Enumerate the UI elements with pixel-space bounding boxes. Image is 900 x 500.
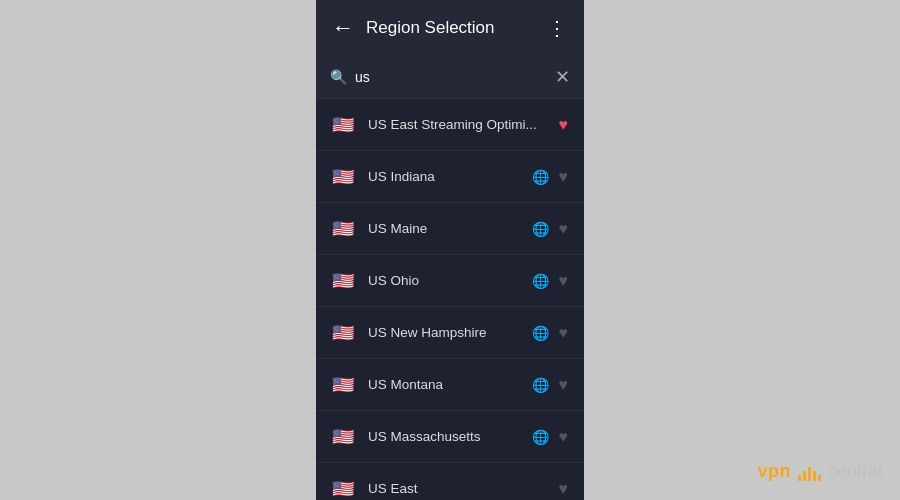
region-name-label: US New Hampshire [368,325,520,340]
phone-screen: ← Region Selection ⋮ 🔍 ✕ 🇺🇸US East Strea… [316,0,584,500]
header: ← Region Selection ⋮ [316,0,584,56]
favorite-button[interactable]: ♥ [559,428,569,446]
flag-icon: 🇺🇸 [332,322,356,344]
flag-icon: 🇺🇸 [332,114,356,136]
flag-icon: 🇺🇸 [332,426,356,448]
search-input[interactable] [355,69,547,85]
favorite-button[interactable]: ♥ [559,220,569,238]
vpn-bars-icon [798,463,821,481]
globe-icon: 🌐 [532,429,549,445]
search-bar: 🔍 ✕ [316,56,584,99]
globe-icon: 🌐 [532,377,549,393]
vpn-bar-2 [803,471,806,481]
globe-icon: 🌐 [532,169,549,185]
region-name-label: US East [368,481,547,496]
globe-icon: 🌐 [532,325,549,341]
globe-icon: 🌐 [532,273,549,289]
list-item[interactable]: 🇺🇸US East♥ [316,463,584,500]
favorite-button[interactable]: ♥ [559,324,569,342]
vpn-bar-3 [808,467,811,481]
favorite-button[interactable]: ♥ [559,480,569,498]
vpn-bar-4 [813,471,816,481]
central-label: central [828,461,882,482]
flag-icon: 🇺🇸 [332,166,356,188]
list-item[interactable]: 🇺🇸US Maine🌐♥ [316,203,584,255]
favorite-button[interactable]: ♥ [559,168,569,186]
flag-icon: 🇺🇸 [332,374,356,396]
region-name-label: US Montana [368,377,520,392]
header-left: ← Region Selection [332,17,495,39]
more-options-button[interactable]: ⋮ [547,16,568,40]
list-item[interactable]: 🇺🇸US New Hampshire🌐♥ [316,307,584,359]
favorite-button[interactable]: ♥ [559,116,569,134]
region-name-label: US Ohio [368,273,520,288]
flag-icon: 🇺🇸 [332,478,356,500]
flag-icon: 🇺🇸 [332,218,356,240]
vpn-bar-5 [818,475,821,481]
favorite-button[interactable]: ♥ [559,376,569,394]
back-button[interactable]: ← [332,17,354,39]
favorite-button[interactable]: ♥ [559,272,569,290]
list-item[interactable]: 🇺🇸US Indiana🌐♥ [316,151,584,203]
vpn-watermark: vpn central [757,461,882,482]
region-name-label: US East Streaming Optimi... [368,117,547,132]
globe-icon: 🌐 [532,221,549,237]
list-item[interactable]: 🇺🇸US East Streaming Optimi...♥ [316,99,584,151]
search-icon: 🔍 [330,69,347,85]
clear-search-button[interactable]: ✕ [555,66,570,88]
list-item[interactable]: 🇺🇸US Montana🌐♥ [316,359,584,411]
vpn-label: vpn [757,461,791,482]
region-name-label: US Massachusetts [368,429,520,444]
region-list: 🇺🇸US East Streaming Optimi...♥🇺🇸US India… [316,99,584,500]
list-item[interactable]: 🇺🇸US Massachusetts🌐♥ [316,411,584,463]
region-name-label: US Maine [368,221,520,236]
page-title: Region Selection [366,18,495,38]
region-name-label: US Indiana [368,169,520,184]
flag-icon: 🇺🇸 [332,270,356,292]
list-item[interactable]: 🇺🇸US Ohio🌐♥ [316,255,584,307]
vpn-bar-1 [798,475,801,481]
